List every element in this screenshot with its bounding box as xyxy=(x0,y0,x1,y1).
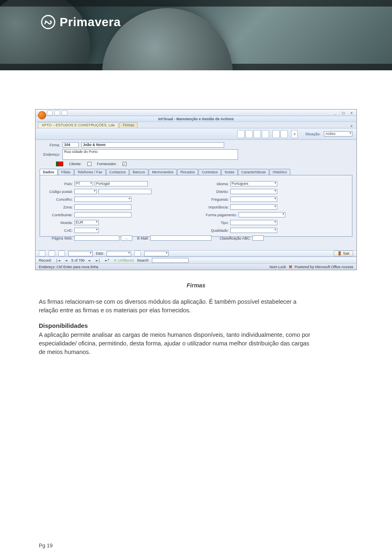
email-field[interactable] xyxy=(150,235,212,241)
nav-last-button[interactable]: ►| xyxy=(95,258,101,262)
classabc-field[interactable] xyxy=(252,235,264,241)
pais-name-field[interactable]: Portugal xyxy=(95,181,148,186)
dstz-label: Dstz xyxy=(96,251,103,255)
formapag-label: Forma pagamento: xyxy=(200,213,237,217)
page-number: Pg 19 xyxy=(39,542,53,549)
firma-label: Firma: xyxy=(40,143,60,147)
qualidade-label: Qualidade: xyxy=(200,228,229,233)
sair-button[interactable]: 🚪 Sair xyxy=(334,251,353,256)
tipo-select[interactable] xyxy=(230,220,277,225)
window-controls: _ □ x xyxy=(333,111,354,115)
firma-name-field[interactable]: João & Nuno xyxy=(81,142,224,148)
tb-btn-delete[interactable]: × xyxy=(291,130,298,138)
classabc-label: Classificação ABC: xyxy=(220,236,251,240)
doc-tab-main[interactable]: XPTO – ESTUDOS E CONSTRUÇÕES, Lda xyxy=(38,122,118,128)
tab-contactos[interactable]: Contactos xyxy=(106,169,129,175)
qa-save-icon[interactable] xyxy=(47,110,53,115)
distrito-select[interactable] xyxy=(230,189,277,194)
tb-btn-1[interactable] xyxy=(237,130,245,138)
tab-caracteristicas[interactable]: Características xyxy=(238,169,269,175)
tab-telefones[interactable]: Telefones / Fax xyxy=(74,169,106,175)
qa-redo-icon[interactable] xyxy=(62,110,67,115)
tb-btn-6[interactable] xyxy=(281,130,288,138)
tab-dados[interactable]: Dados xyxy=(40,169,58,175)
email-label: E-Mail: xyxy=(137,236,149,240)
app-title-band: Int'Graal - Manutenção e Gestão de Activ… xyxy=(36,116,356,122)
detail-tabs: Dados Filiais Telefones / Fax Contactos … xyxy=(40,169,352,175)
tab-bancos[interactable]: Bancos xyxy=(129,169,148,175)
situacao-select[interactable]: Activo xyxy=(324,131,352,137)
cae-label: CAE: xyxy=(44,228,73,233)
minimize-button[interactable]: _ xyxy=(333,111,338,115)
codpostal-field[interactable] xyxy=(98,189,151,194)
tab-memorandos[interactable]: Memorandos xyxy=(149,169,177,175)
concelho-select[interactable] xyxy=(74,197,131,202)
tab-historico[interactable]: Histórico xyxy=(270,169,290,175)
view-icon-2[interactable] xyxy=(49,251,55,256)
fornecedor-checkbox[interactable]: ✓ xyxy=(122,162,127,166)
pagweb-label: Página Web: xyxy=(44,236,73,240)
endereco-field[interactable]: Rua cidade do Porto xyxy=(62,149,238,160)
close-button[interactable]: x xyxy=(349,111,354,115)
endereco-label: Endereço: xyxy=(40,152,60,157)
powered-by: Powered by Microsoft Office Access xyxy=(295,265,353,269)
dstz-bar: Dstz 🚪 Sair xyxy=(36,250,356,257)
freguesia-select[interactable] xyxy=(230,197,277,202)
idioma-select[interactable]: Portugues xyxy=(230,181,277,186)
nav-new-button[interactable]: ►* xyxy=(105,258,111,262)
tb-btn-5[interactable] xyxy=(272,130,280,138)
record-label: Record: xyxy=(39,258,52,262)
view-select[interactable] xyxy=(68,251,93,256)
search-field[interactable] xyxy=(152,258,189,263)
firma-code-field[interactable]: 104 xyxy=(62,142,79,148)
contribuinte-label: Contribuinte: xyxy=(44,213,73,217)
cliente-checkbox[interactable] xyxy=(87,162,91,166)
situacao-label: Situação: xyxy=(305,132,321,136)
dstz-select-1[interactable] xyxy=(107,251,131,256)
pagweb-browse-button[interactable]: … xyxy=(121,235,132,241)
pagweb-field[interactable] xyxy=(74,235,119,241)
qualidade-select[interactable] xyxy=(230,228,277,233)
maximize-button[interactable]: □ xyxy=(341,111,346,115)
codpostal-select[interactable] xyxy=(74,189,97,194)
form-toolbar: × Situação: Activo xyxy=(36,128,356,140)
tab-notas[interactable]: Notas xyxy=(221,169,238,175)
moeda-label: Moeda: xyxy=(44,221,73,225)
doc-tab-firmas[interactable]: Firmas xyxy=(119,122,138,128)
dstz-select-2[interactable] xyxy=(144,251,169,256)
moeda-select[interactable]: EUR xyxy=(74,220,99,225)
tab-recados[interactable]: Recados xyxy=(177,169,198,175)
view-icon-1[interactable] xyxy=(39,251,45,256)
tb-btn-2[interactable] xyxy=(245,130,253,138)
app-title: Int'Graal - Manutenção e Gestão de Activ… xyxy=(38,117,354,121)
cae-select[interactable] xyxy=(74,228,99,233)
tb-btn-3[interactable] xyxy=(254,130,261,138)
figure-caption: Firmas xyxy=(35,282,357,289)
view-icon-3[interactable] xyxy=(58,251,65,256)
pais-code-select[interactable]: PT xyxy=(74,181,93,186)
office-orb-icon[interactable] xyxy=(38,111,46,119)
qa-undo-icon[interactable] xyxy=(54,110,60,115)
importancia-select[interactable] xyxy=(230,204,277,210)
cliente-label: Cliente: xyxy=(69,162,82,166)
doc-tab-close-icon[interactable]: x xyxy=(349,124,354,128)
banner-bar-bottom xyxy=(0,64,392,70)
status-hint: Endereço: Ctrl Enter para nova linha xyxy=(39,265,98,269)
dstz-apply-icon[interactable] xyxy=(134,251,141,256)
tb-btn-4[interactable] xyxy=(262,130,269,138)
formapag-select[interactable] xyxy=(238,212,285,217)
search-label: Search xyxy=(137,258,149,262)
record-position: 5 of 790 xyxy=(71,258,85,262)
zona-field[interactable] xyxy=(74,204,131,210)
tab-filiais[interactable]: Filiais xyxy=(58,169,74,175)
nav-prev-button[interactable]: ◄ xyxy=(64,258,68,262)
fornecedor-label: Fornecedor: xyxy=(97,162,117,166)
nav-next-button[interactable]: ► xyxy=(88,258,91,262)
page-text-content: Firmas As firmas relacionam-se com os di… xyxy=(39,282,316,364)
toolbar-group-1 xyxy=(237,130,269,138)
nav-first-button[interactable]: |◄ xyxy=(55,258,61,262)
page-banner: Primavera xyxy=(0,0,392,70)
contribuinte-field[interactable] xyxy=(74,212,131,217)
tab-contratos[interactable]: Contratos xyxy=(198,169,221,175)
svg-point-1 xyxy=(45,20,47,22)
